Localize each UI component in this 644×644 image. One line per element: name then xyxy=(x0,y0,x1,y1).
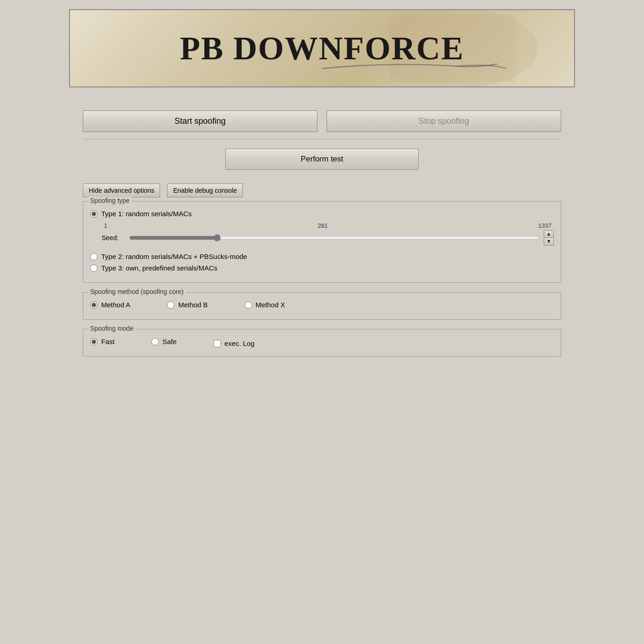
slider-labels: 1 281 1337 xyxy=(102,222,554,229)
method-b-radio[interactable] xyxy=(167,301,174,309)
banner: PB DOWNFORCE xyxy=(69,9,575,87)
type2-radio[interactable] xyxy=(90,253,98,260)
type3-radio[interactable] xyxy=(90,264,98,272)
fast-radio[interactable] xyxy=(90,338,98,345)
method-b-label[interactable]: Method B xyxy=(178,301,207,309)
exec-log-option: exec. Log xyxy=(213,339,254,347)
exec-log-label[interactable]: exec. Log xyxy=(224,339,254,347)
safe-option: Safe xyxy=(151,338,177,345)
app-title: PB DOWNFORCE xyxy=(180,29,464,68)
seed-increment-button[interactable]: ▲ xyxy=(544,230,553,238)
slider-min-label: 1 xyxy=(104,222,107,229)
method-a-radio[interactable] xyxy=(90,301,98,309)
spoofing-method-section: Spoofing method (spoofing core) Method A… xyxy=(83,292,561,320)
hide-advanced-button[interactable]: Hide advanced options xyxy=(83,184,160,197)
type3-option: Type 3: own, predefined serials/MACs xyxy=(90,264,554,272)
type1-option: Type 1: random serials/MACs xyxy=(90,210,554,218)
type3-label[interactable]: Type 3: own, predefined serials/MACs xyxy=(101,264,218,272)
enable-debug-button[interactable]: Enable debug console xyxy=(167,184,243,197)
spoofing-mode-label: Spoofing mode xyxy=(88,325,136,332)
stop-spoofing-button[interactable]: Stop spoofing xyxy=(327,110,561,132)
method-a-label[interactable]: Method A xyxy=(101,301,130,309)
spoofing-type-label: Spoofing type xyxy=(88,197,132,204)
fast-option: Fast xyxy=(90,338,115,345)
type1-radio[interactable] xyxy=(90,210,98,218)
type1-label[interactable]: Type 1: random serials/MACs xyxy=(101,210,192,218)
fast-label[interactable]: Fast xyxy=(101,338,115,345)
method-row: Method A Method B Method X xyxy=(90,301,554,312)
slider-mid-label: 281 xyxy=(318,222,328,229)
safe-label[interactable]: Safe xyxy=(162,338,177,345)
method-x-label[interactable]: Method X xyxy=(256,301,285,309)
spoofing-type-section: Spoofing type Type 1: random serials/MAC… xyxy=(83,201,561,283)
divider-1 xyxy=(83,139,561,139)
type2-option: Type 2: random serials/MACs + PBSucks-mo… xyxy=(90,253,554,260)
slider-row: Seed: ▲ ▼ xyxy=(102,230,554,246)
perform-test-row: Perform test xyxy=(83,149,561,170)
slider-max-label: 1337 xyxy=(538,222,552,229)
seed-label: Seed: xyxy=(102,234,125,242)
spoofing-method-label: Spoofing method (spoofing core) xyxy=(88,288,186,295)
spoofing-mode-section: Spoofing mode Fast Safe exec. Log xyxy=(83,329,561,356)
advanced-options-row: Hide advanced options Enable debug conso… xyxy=(83,184,561,197)
seed-spinner: ▲ ▼ xyxy=(544,230,554,246)
safe-radio[interactable] xyxy=(151,338,159,345)
mode-row: Fast Safe exec. Log xyxy=(90,338,554,349)
method-x-option: Method X xyxy=(245,301,285,309)
method-a-option: Method A xyxy=(90,301,130,309)
seed-decrement-button[interactable]: ▼ xyxy=(544,238,553,245)
exec-log-checkbox[interactable] xyxy=(213,340,221,347)
main-buttons-row: Start spoofing Stop spoofing xyxy=(83,110,561,132)
seed-slider[interactable] xyxy=(129,233,539,242)
start-spoofing-button[interactable]: Start spoofing xyxy=(83,110,317,132)
perform-test-button[interactable]: Perform test xyxy=(225,149,419,170)
type2-label[interactable]: Type 2: random serials/MACs + PBSucks-mo… xyxy=(101,253,247,260)
seed-section: 1 281 1337 Seed: ▲ ▼ xyxy=(102,222,554,246)
method-b-option: Method B xyxy=(167,301,207,309)
method-x-radio[interactable] xyxy=(245,301,252,309)
